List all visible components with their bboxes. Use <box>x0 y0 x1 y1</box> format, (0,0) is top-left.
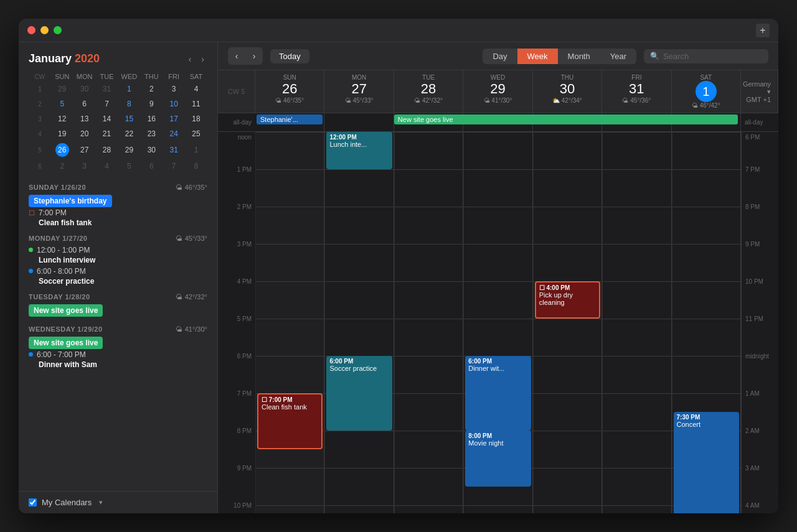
event-tag[interactable]: Stephanie's birthday <box>29 195 112 207</box>
calendar-event[interactable]: 12:00 PM Lunch inte... <box>326 132 392 169</box>
calendar-event[interactable]: 6:00 PM Dinner wit... <box>465 356 531 431</box>
allday-event-new-site[interactable]: New site goes live <box>394 114 738 124</box>
time-col-4[interactable]: ☐ 4:00 PM Pick up dry cleaning <box>533 132 602 513</box>
mini-cal-day[interactable]: 1 <box>118 82 140 96</box>
day-col-header-sun[interactable]: SUN 26 🌤 46°/35° <box>255 70 324 113</box>
mini-cal-day[interactable]: 30 <box>73 82 96 96</box>
mini-cal-day[interactable]: 5 <box>118 159 140 174</box>
time-col-1[interactable]: 12:00 PM Lunch inte... 6:00 PM Soccer pr… <box>324 132 394 513</box>
next-month-button[interactable]: › <box>198 53 207 65</box>
mini-cal-day[interactable]: 6 <box>73 96 96 111</box>
event-checkbox[interactable]: ☐ <box>29 209 35 217</box>
cw-header: CW 5 <box>218 70 255 113</box>
allday-cell-1[interactable] <box>324 113 394 131</box>
mini-cal-year: 2020 <box>75 52 100 65</box>
mini-cal-day[interactable]: 27 <box>73 141 96 159</box>
mini-cal-day[interactable]: 18 <box>185 111 207 126</box>
calendar-event[interactable]: ☐ 7:00 PM Clean fish tank <box>257 393 323 449</box>
mini-cal-day[interactable]: 29 <box>51 82 73 96</box>
day-col-header-mon[interactable]: MON 27 🌤 45°/33° <box>324 70 394 113</box>
today-button[interactable]: Today <box>270 49 309 63</box>
time-col-6[interactable]: 7:30 PM Concert <box>672 132 741 513</box>
view-tab-week[interactable]: Week <box>517 49 558 64</box>
time-col-5[interactable] <box>602 132 671 513</box>
mini-cal-day[interactable]: 13 <box>73 111 96 126</box>
mini-cal-day[interactable]: 14 <box>96 111 118 126</box>
mini-cal-day[interactable]: 31 <box>163 141 185 159</box>
mini-cal-day[interactable]: 6 <box>140 159 163 174</box>
time-label-right: 3 AM <box>745 465 760 472</box>
calendar-event[interactable]: 8:00 PM Movie night <box>465 431 531 487</box>
calendar-event[interactable]: 6:00 PM Soccer practice <box>326 356 392 431</box>
close-button[interactable] <box>27 26 35 34</box>
next-week-button[interactable]: › <box>245 47 263 65</box>
mini-cal-day[interactable]: 24 <box>163 126 185 141</box>
mini-cal-day[interactable]: 22 <box>118 126 140 141</box>
mini-cal-day[interactable]: 17 <box>163 111 185 126</box>
mini-cal-day[interactable]: 25 <box>185 126 207 141</box>
prev-week-button[interactable]: ‹ <box>228 47 245 65</box>
day-col-header-thu[interactable]: THU 30 ⛅ 42°/34° <box>533 70 602 113</box>
time-grid[interactable]: noon1 PM2 PM3 PM4 PM5 PM6 PM7 PM8 PM9 PM… <box>218 132 778 513</box>
mini-cal-day[interactable]: 20 <box>73 126 96 141</box>
hour-line <box>395 468 463 469</box>
mini-cal-day[interactable]: 7 <box>163 159 185 174</box>
mini-cal-day[interactable]: 10 <box>163 96 185 111</box>
mini-cal-day[interactable]: 9 <box>140 96 163 111</box>
view-tab-day[interactable]: Day <box>483 49 517 64</box>
search-input[interactable] <box>663 52 762 61</box>
mini-cal-day[interactable]: 8 <box>118 96 140 111</box>
mini-cal-day[interactable]: 23 <box>140 126 163 141</box>
event-name: Lunch interview <box>39 256 207 264</box>
day-col-header-wed[interactable]: WED 29 🌤 41°/30° <box>463 70 532 113</box>
event-tag[interactable]: New site goes live <box>29 304 103 317</box>
allday-cell-2[interactable]: New site goes live <box>394 113 463 131</box>
day-col-header-sat[interactable]: SAT 1 🌤 46°/42° <box>672 70 741 113</box>
time-col-0[interactable]: ☐ 7:00 PM Clean fish tank <box>255 132 324 513</box>
mini-cal-day[interactable]: 26 <box>51 141 73 159</box>
mini-cal-day[interactable]: 31 <box>96 82 118 96</box>
time-col-3[interactable]: 6:00 PM Dinner wit... 8:00 PM Movie nigh… <box>463 132 532 513</box>
mini-cal-day[interactable]: 2 <box>51 159 73 174</box>
mini-cal-day[interactable]: 3 <box>73 159 96 174</box>
mini-cal-day[interactable]: 3 <box>163 82 185 96</box>
add-button[interactable]: + <box>756 24 770 37</box>
mini-cal-day[interactable]: 2 <box>140 82 163 96</box>
day-weather: 🌤42°/32° <box>176 293 207 301</box>
time-label-right: 4 AM <box>745 502 760 509</box>
calendar-event[interactable]: ☐ 4:00 PM Pick up dry cleaning <box>535 281 600 319</box>
mini-cal-day[interactable]: 4 <box>185 82 207 96</box>
minimize-button[interactable] <box>40 26 49 34</box>
mini-cal-day[interactable]: 30 <box>140 141 163 159</box>
mini-cal-day[interactable]: 21 <box>96 126 118 141</box>
allday-event-stephanie[interactable]: Stephanie'... <box>257 114 323 124</box>
time-label-left: 9 PM <box>237 465 252 472</box>
mini-cal-day[interactable]: 29 <box>118 141 140 159</box>
mini-cal-day[interactable]: 8 <box>185 159 207 174</box>
mini-cal-day[interactable]: 4 <box>96 159 118 174</box>
mini-cal-day[interactable]: 15 <box>118 111 140 126</box>
mini-cal-day[interactable]: 12 <box>51 111 73 126</box>
hour-line <box>464 244 532 245</box>
view-tab-year[interactable]: Year <box>600 49 636 64</box>
calendar-event[interactable]: 7:30 PM Concert <box>674 412 739 513</box>
allday-cell-0[interactable]: Stephanie'... <box>255 113 324 131</box>
day-col-header-fri[interactable]: FRI 31 🌤 45°/36° <box>602 70 671 113</box>
my-calendars-checkbox[interactable] <box>29 498 37 506</box>
mini-cal-day[interactable]: 28 <box>96 141 118 159</box>
mini-cal-day[interactable]: 11 <box>185 96 207 111</box>
day-col-header-tue[interactable]: TUE 28 🌤 42°/32° <box>394 70 463 113</box>
day-section: MONDAY 1/27/20🌤45°/33°12:00 - 1:00 PMLun… <box>29 235 207 286</box>
mini-cal-day[interactable]: 7 <box>96 96 118 111</box>
mini-cal-day[interactable]: 5 <box>51 96 73 111</box>
view-tab-month[interactable]: Month <box>558 49 600 64</box>
mini-cal-day[interactable]: 16 <box>140 111 163 126</box>
prev-month-button[interactable]: ‹ <box>186 53 195 65</box>
day-weather-header: 🌤 45°/36° <box>622 97 651 104</box>
event-tag[interactable]: New site goes live <box>29 337 103 349</box>
hour-line <box>534 393 601 394</box>
maximize-button[interactable] <box>54 26 62 34</box>
time-col-2[interactable] <box>394 132 463 513</box>
mini-cal-day[interactable]: 1 <box>185 141 207 159</box>
mini-cal-day[interactable]: 19 <box>51 126 73 141</box>
